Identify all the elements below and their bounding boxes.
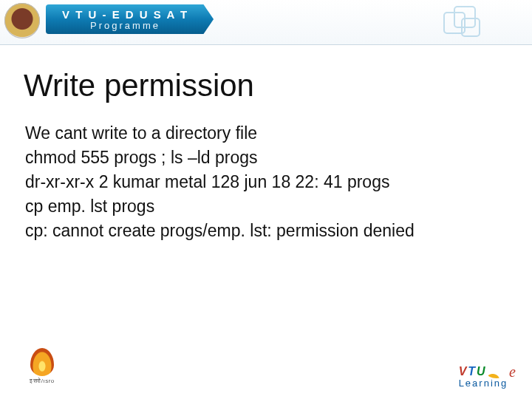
- body-line: dr-xr-xr-x 2 kumar metal 128 jun 18 22: …: [25, 170, 415, 194]
- header-bar: V T U - E D U S A T Programme: [0, 0, 532, 45]
- footer-left-caption: इसरो/ısro: [16, 378, 68, 385]
- body-line: chmod 555 progs ; ls –ld progs: [25, 146, 415, 170]
- footer-left-logo: इसरो/ısro: [16, 348, 68, 389]
- footer-right-logo: VTU e Learning: [459, 362, 516, 389]
- header-decoration-icon: [443, 6, 488, 35]
- footer-right-learning: Learning: [459, 378, 516, 389]
- programme-line2: Programme: [62, 20, 188, 31]
- body-line: cp emp. lst progs: [25, 194, 415, 219]
- vtu-wordmark: VTU: [459, 365, 487, 378]
- isro-flame-icon: [30, 348, 54, 376]
- e-learning-e-icon: e: [509, 364, 516, 381]
- slide: V T U - E D U S A T Programme Write perm…: [0, 0, 532, 399]
- body-line: cp: cannot create progs/emp. lst: permis…: [25, 219, 415, 243]
- programme-line1: V T U - E D U S A T: [62, 8, 188, 21]
- university-crest-icon: [4, 3, 40, 38]
- programme-badge: V T U - E D U S A T Programme: [46, 4, 214, 34]
- slide-title: Write permission: [24, 68, 254, 103]
- swoosh-icon: [487, 368, 506, 378]
- body-line: We cant write to a directory file: [25, 121, 415, 146]
- slide-body: We cant write to a directory file chmod …: [25, 121, 415, 243]
